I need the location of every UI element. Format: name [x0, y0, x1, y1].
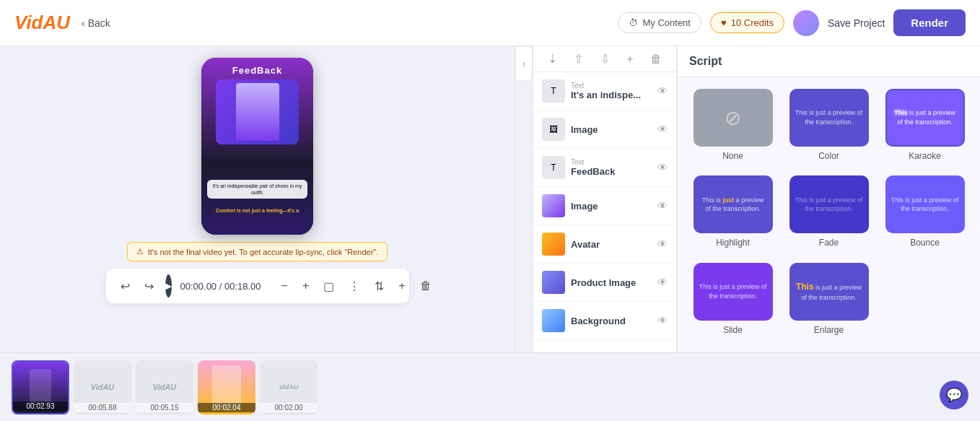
- eye-icon[interactable]: 👁: [657, 277, 668, 288]
- my-content-button[interactable]: ⏱ My Content: [618, 12, 701, 33]
- script-option-karaoke[interactable]: This is just a preview of the transcript…: [881, 89, 968, 167]
- layer-add-button[interactable]: +: [626, 53, 633, 66]
- credits-label: 10 Credits: [731, 17, 774, 28]
- clip-time: 00:02.93: [13, 402, 68, 411]
- render-button[interactable]: Render: [893, 9, 966, 36]
- list-item[interactable]: Background 👁: [533, 302, 676, 340]
- timeline-clip[interactable]: 00:02.04: [198, 360, 255, 415]
- script-label-color: Color: [818, 151, 839, 161]
- fit-button[interactable]: ▢: [320, 278, 337, 295]
- warning-icon: ⚠: [136, 247, 144, 256]
- layer-bring-forward-button[interactable]: ⇧: [574, 52, 583, 66]
- zoom-in-button[interactable]: +: [299, 278, 312, 294]
- script-option-enlarge[interactable]: This is just a preview of the transcript…: [785, 263, 872, 341]
- timeline-clip[interactable]: VidAU 00:05.15: [136, 360, 193, 415]
- undo-button[interactable]: ↩: [118, 278, 133, 295]
- heart-icon: ♥: [721, 17, 727, 28]
- script-option-color[interactable]: This is just a preview of the transcript…: [785, 89, 872, 167]
- script-header: Script: [678, 46, 980, 77]
- back-button[interactable]: ‹ Back: [82, 17, 110, 29]
- script-option-fade[interactable]: This is just a preview of the transcript…: [785, 175, 872, 253]
- layer-thumbnail: [542, 271, 565, 294]
- vidau-logo-text: VidAU: [153, 383, 177, 391]
- script-card-karaoke[interactable]: This is just a preview of the transcript…: [885, 89, 965, 147]
- middle-section: ›: [515, 46, 533, 352]
- avatar[interactable]: [793, 10, 819, 36]
- subtitle-text: Comfort is not just a feeling—it's a: [216, 208, 299, 213]
- layer-delete-button[interactable]: 🗑: [650, 53, 662, 66]
- eye-icon[interactable]: 👁: [657, 200, 668, 212]
- script-label-fade: Fade: [819, 238, 839, 248]
- layer-info: Image: [571, 201, 652, 212]
- script-option-slide[interactable]: This is just a preview of the transcript…: [689, 263, 776, 341]
- list-item[interactable]: Image 👁: [533, 187, 676, 225]
- align-button[interactable]: ⇅: [372, 278, 387, 295]
- script-option-bounce[interactable]: This is just a preview of the transcript…: [881, 175, 968, 253]
- layer-thumbnail: [542, 194, 565, 217]
- timeline-clip[interactable]: 00:02.93: [12, 360, 69, 415]
- eye-icon[interactable]: 👁: [657, 123, 668, 135]
- script-option-highlight[interactable]: This is just a preview of the transcript…: [689, 175, 776, 253]
- list-item[interactable]: Avatar 👁: [533, 225, 676, 264]
- script-label-slide: Slide: [723, 325, 743, 335]
- script-option-none[interactable]: ⊘ None: [689, 89, 776, 167]
- script-card-highlight[interactable]: This is just a preview of the transcript…: [694, 175, 773, 233]
- layer-text-icon: T: [542, 156, 565, 179]
- list-item[interactable]: 🖼 Image 👁: [533, 110, 676, 149]
- redo-button[interactable]: ↪: [141, 278, 157, 295]
- eye-icon[interactable]: 👁: [657, 85, 668, 97]
- script-card-slide[interactable]: This is just a preview of the transcript…: [694, 263, 773, 321]
- eye-icon[interactable]: 👁: [657, 238, 668, 250]
- layer-text-icon: T: [542, 79, 565, 103]
- delete-clip-button[interactable]: 🗑: [417, 278, 434, 294]
- thumb-inner: [542, 194, 565, 217]
- save-project-button[interactable]: Save Project: [828, 17, 885, 29]
- list-item[interactable]: T Text It's an indispe... 👁: [533, 72, 676, 110]
- warning-text: It's not the final video yet. To get acc…: [148, 248, 379, 256]
- timeline-clip[interactable]: VidAU 00:02.00: [260, 360, 318, 415]
- eye-icon[interactable]: 👁: [657, 315, 668, 326]
- script-card-text-highlight: This is just a preview of the transcript…: [695, 191, 771, 218]
- script-label-enlarge: Enlarge: [814, 325, 844, 335]
- clip-time: 00:02.04: [198, 403, 255, 412]
- chat-button[interactable]: 💬: [940, 381, 968, 409]
- script-card-none[interactable]: ⊘: [694, 89, 773, 147]
- script-card-fade[interactable]: This is just a preview of the transcript…: [789, 175, 869, 233]
- list-item[interactable]: Product Image 👁: [533, 264, 676, 302]
- thumb-product: [542, 271, 565, 294]
- script-card-text-fade: This is just a preview of the transcript…: [791, 191, 867, 218]
- caption-text: It's an indispensable pair of shoes in m…: [213, 183, 302, 195]
- layers-list: T Text It's an indispe... 👁 🖼 Image 👁 T: [533, 72, 676, 352]
- script-grid: ⊘ None This is just a preview of the tra…: [678, 77, 980, 352]
- layers-toolbar: ⇣ ⇧ ⇩ + 🗑: [533, 46, 676, 72]
- credits-button[interactable]: ♥ 10 Credits: [710, 12, 784, 33]
- time-separator: /: [219, 281, 224, 292]
- list-item[interactable]: T Text FeedBack 👁: [533, 149, 676, 187]
- split-button[interactable]: ⋮: [346, 278, 363, 295]
- layer-name: Image: [571, 124, 652, 135]
- panel-arrow[interactable]: ›: [515, 46, 533, 81]
- zoom-out-button[interactable]: −: [279, 278, 291, 294]
- script-label-bounce: Bounce: [910, 238, 940, 248]
- eye-icon[interactable]: 👁: [657, 162, 668, 173]
- script-card-color[interactable]: This is just a preview of the transcript…: [789, 89, 869, 147]
- thumb-avatar: [542, 233, 565, 256]
- script-card-text-bounce: This is just a preview of the transcript…: [887, 191, 963, 218]
- clip-time: 00:05.15: [136, 403, 193, 412]
- script-card-bounce[interactable]: This is just a preview of the transcript…: [885, 175, 965, 233]
- clock-icon: ⏱: [629, 17, 638, 28]
- add-clip-button[interactable]: +: [395, 278, 408, 294]
- layers-panel: ⇣ ⇧ ⇩ + 🗑 T Text It's an indispe... 👁 🖼: [533, 46, 677, 352]
- clip-thumb-inner: [30, 369, 51, 405]
- clip-time: 00:02.00: [260, 403, 318, 412]
- script-card-enlarge[interactable]: This is just a preview of the transcript…: [789, 263, 869, 321]
- phone-image-block: [216, 79, 299, 144]
- phone-screen: FeedBack It's an indispensable pair of s…: [201, 58, 313, 235]
- main-area: FeedBack It's an indispensable pair of s…: [0, 46, 980, 352]
- layer-align-top-button[interactable]: ⇣: [548, 52, 557, 66]
- timeline-clip[interactable]: VidAU 00:05.88: [74, 360, 131, 415]
- back-chevron-icon: ‹: [82, 17, 85, 29]
- play-button[interactable]: ▶: [165, 274, 172, 298]
- feedback-text: FeedBack: [232, 65, 282, 76]
- layer-send-backward-button[interactable]: ⇩: [600, 52, 610, 66]
